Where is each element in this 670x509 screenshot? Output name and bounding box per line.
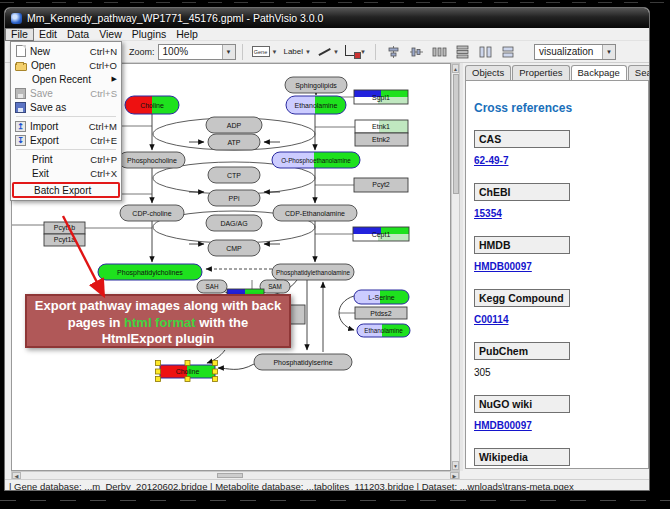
annotation-text-highlight: html format xyxy=(124,315,196,330)
node-cmp[interactable]: CMP xyxy=(208,240,260,256)
node-phosphatidylethanolamine[interactable]: Phosphatidylethanolamine xyxy=(272,264,354,280)
line-icon xyxy=(317,46,331,57)
xref-link-nugo[interactable]: HMDB00097 xyxy=(474,420,532,431)
node-ctp[interactable]: CTP xyxy=(208,167,260,183)
node-atp[interactable]: ATP xyxy=(208,134,260,150)
file-menu-open-recent[interactable]: Open Recent ▶ xyxy=(12,72,120,86)
visualization-dropdown-arrow-icon[interactable]: ▼ xyxy=(602,45,615,59)
file-menu-new[interactable]: New Ctrl+N xyxy=(12,44,120,58)
menu-help[interactable]: Help xyxy=(171,28,203,41)
connector-tool-button[interactable]: ▼ xyxy=(345,47,366,56)
gene-box-pcyt2[interactable]: Pcyt2 xyxy=(354,178,408,192)
node-phosphocholine[interactable]: Phosphocholine xyxy=(119,152,185,168)
xref-link-cas[interactable]: 62-49-7 xyxy=(474,155,508,166)
svg-text:CDP-Ethanolamine: CDP-Ethanolamine xyxy=(285,210,345,217)
cross-references-heading: Cross references xyxy=(474,101,640,115)
export-icon: ↧ xyxy=(15,135,26,146)
tab-backpage[interactable]: Backpage xyxy=(571,65,627,80)
xref-label: HMDB xyxy=(474,236,570,254)
line-tool-button[interactable]: ▼ xyxy=(317,46,339,57)
vertical-scroll-thumb[interactable] xyxy=(453,74,459,194)
gene-box-etnk1[interactable]: Etnk1 xyxy=(355,120,408,133)
common-width-icon xyxy=(501,45,516,59)
distribute-horizontal-button[interactable] xyxy=(432,45,447,59)
node-sphingolipids[interactable]: Sphingolipids xyxy=(285,77,347,93)
scroll-right-arrow-icon[interactable]: ▶ xyxy=(450,472,459,479)
svg-text:Cept1: Cept1 xyxy=(372,231,391,239)
file-menu-save[interactable]: Save Ctrl+S xyxy=(12,86,120,100)
node-cdp-choline[interactable]: CDP-choline xyxy=(120,205,184,221)
node-phosphatidylcholines[interactable]: Phosphatidylcholines xyxy=(98,264,202,280)
xref-link-hmdb[interactable]: HMDB00097 xyxy=(474,261,532,272)
node-phosphatidylserine[interactable]: Phosphatidylserine xyxy=(254,354,352,370)
file-menu-open[interactable]: Open Ctrl+O xyxy=(12,58,120,72)
node-choline-top[interactable]: Choline xyxy=(125,96,179,114)
tab-objects[interactable]: Objects xyxy=(465,65,511,80)
gene-box-pcyt1a[interactable]: Pcyt1a xyxy=(44,234,85,246)
node-ppi[interactable]: PPi xyxy=(208,190,260,206)
svg-text:SAM: SAM xyxy=(268,283,282,290)
tab-search[interactable]: Search xyxy=(628,65,650,80)
node-choline-selected[interactable]: Choline xyxy=(156,361,218,382)
distribute-horizontal-icon xyxy=(432,45,447,59)
canvas-vertical-scrollbar[interactable]: ▲ ▼ xyxy=(451,63,460,471)
menu-plugins[interactable]: Plugins xyxy=(127,28,171,41)
common-height-button[interactable] xyxy=(478,45,493,59)
svg-text:Choline: Choline xyxy=(140,102,164,109)
distribute-vertical-button[interactable] xyxy=(455,45,470,59)
svg-text:Ethanolamine: Ethanolamine xyxy=(364,327,403,334)
gene-box-ptdss2[interactable]: Ptdss2 xyxy=(355,307,407,319)
menu-view[interactable]: View xyxy=(94,28,127,41)
node-dag-ag[interactable]: DAG/AG xyxy=(206,215,262,231)
xref-link-kegg[interactable]: C00114 xyxy=(474,314,508,325)
menu-data[interactable]: Data xyxy=(62,28,94,41)
svg-text:CTP: CTP xyxy=(227,172,241,179)
scroll-down-arrow-icon[interactable]: ▼ xyxy=(452,461,459,470)
node-adp[interactable]: ADP xyxy=(206,117,262,133)
zoom-combobox[interactable]: 100% ▼ xyxy=(158,44,236,60)
svg-text:Pcyt1a: Pcyt1a xyxy=(54,236,76,244)
file-menu-import[interactable]: ↥ Import Ctrl+M xyxy=(12,119,120,133)
label-tool-button[interactable]: Label▼ xyxy=(283,47,311,56)
svg-text:Pcyt1b: Pcyt1b xyxy=(54,224,76,232)
node-ethanolamine[interactable]: Ethanolamine xyxy=(286,96,346,114)
file-menu-exit[interactable]: Exit Ctrl+X xyxy=(12,166,120,180)
gene-box-cept1[interactable]: Cept1 xyxy=(353,227,409,241)
title-bar[interactable]: Mm_Kennedy_pathway_WP1771_45176.gpml - P… xyxy=(5,8,649,28)
gene-box-sgpl1[interactable]: Sgpl1 xyxy=(354,90,408,104)
menu-file[interactable]: File xyxy=(5,28,34,41)
toolbar-separator xyxy=(375,44,376,60)
svg-text:Sgpl1: Sgpl1 xyxy=(372,94,390,102)
gene-box-etnk2[interactable]: Etnk2 xyxy=(355,133,408,146)
gene-tool-button[interactable]: Gene▼ xyxy=(252,46,278,57)
file-menu-save-as[interactable]: Save as xyxy=(12,100,120,114)
file-menu-print[interactable]: Print Ctrl+P xyxy=(12,152,120,166)
visualization-combobox[interactable]: visualization ▼ xyxy=(534,44,616,60)
node-l-serine[interactable]: L-Serine xyxy=(354,290,409,304)
node-ethanolamine-2[interactable]: Ethanolamine xyxy=(357,324,410,337)
common-width-button[interactable] xyxy=(501,45,516,59)
menu-edit[interactable]: Edit xyxy=(34,28,62,41)
backpage-panel[interactable]: Cross references CAS 62-49-7 ChEBI 15354… xyxy=(465,80,649,469)
svg-text:Phosphatidylserine: Phosphatidylserine xyxy=(273,359,332,367)
node-sam[interactable]: SAM xyxy=(260,280,290,293)
svg-text:CDP-choline: CDP-choline xyxy=(132,210,171,217)
file-menu-export[interactable]: ↧ Export Ctrl+E xyxy=(12,133,120,147)
scroll-up-arrow-icon[interactable]: ▲ xyxy=(452,64,459,73)
node-o-phosphoethanolamine[interactable]: O-Phosphoethanolamine xyxy=(272,152,360,168)
xref-label: Kegg Compound xyxy=(474,289,570,307)
xref-label: Wikipedia xyxy=(474,448,570,466)
tab-properties[interactable]: Properties xyxy=(512,65,569,80)
align-middle-button[interactable] xyxy=(409,45,424,59)
file-menu-batch-export[interactable]: Batch Export xyxy=(12,182,120,198)
node-sah[interactable]: SAH xyxy=(197,280,227,293)
scroll-left-arrow-icon[interactable]: ◀ xyxy=(12,472,21,479)
gene-box-pcyt1b[interactable]: Pcyt1b xyxy=(44,222,85,234)
horizontal-scroll-thumb[interactable] xyxy=(217,473,243,478)
xref-link-chebi[interactable]: 15354 xyxy=(474,208,502,219)
svg-text:Sphingolipids: Sphingolipids xyxy=(295,82,337,90)
zoom-dropdown-arrow-icon[interactable]: ▼ xyxy=(222,45,235,59)
node-cdp-ethanolamine[interactable]: CDP-Ethanolamine xyxy=(273,205,357,221)
align-center-button[interactable] xyxy=(386,45,401,59)
align-center-icon xyxy=(386,45,401,59)
